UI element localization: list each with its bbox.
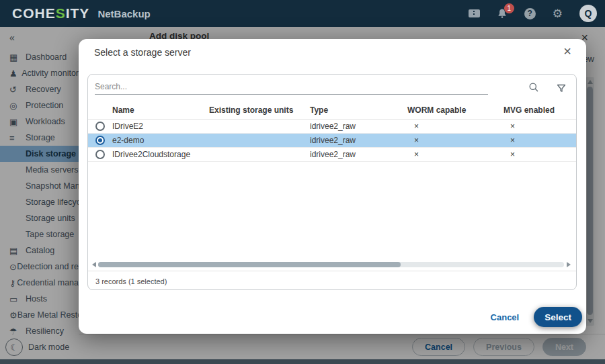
notifications-bell-icon[interactable]: 1 [497,8,508,19]
radio-button[interactable] [95,150,105,159]
records-summary: 3 records (1 selected) [88,271,576,289]
notification-badge: 1 [504,3,514,13]
horizontal-scrollbar[interactable] [88,260,576,269]
cell-name: IDrivee2Cloudstorage [112,150,209,159]
logo-text-suffix: ITY [66,5,90,21]
radio-button[interactable] [95,122,105,131]
cancel-button[interactable]: Cancel [481,307,529,327]
storage-server-table: Name Existing storage units Type WORM ca… [87,74,577,290]
top-header-bar: COHESITY NetBackup 1 ? ⚙ Q [0,0,605,27]
cell-type: idrivee2_raw [310,122,407,131]
column-header-name: Name [112,105,209,115]
table-row[interactable]: IDrivee2Cloudstorage idrivee2_raw × × [88,148,576,162]
scroll-left-icon[interactable] [92,262,96,267]
cell-worm-capable: × [407,122,503,131]
help-icon[interactable]: ? [524,8,536,19]
cell-name: IDriveE2 [112,122,209,131]
column-header-type: Type [310,105,407,115]
logo-green-s: S [56,5,66,21]
cell-name: e2-demo [112,136,209,145]
table-header-row: Name Existing storage units Type WORM ca… [88,101,576,120]
cell-mvg-enabled: × [503,136,576,145]
horizontal-scroll-thumb[interactable] [98,262,401,267]
search-input[interactable] [95,79,488,95]
help-glyph: ? [524,8,536,19]
avatar-initial: Q [579,5,597,22]
cell-worm-capable: × [407,150,503,159]
dialog-close-icon[interactable]: × [563,44,571,58]
column-header-existing-storage-units: Existing storage units [209,105,310,115]
app-window: COHESITY NetBackup 1 ? ⚙ Q « ▦Dashboard … [0,0,605,364]
column-header-worm-capable: WORM capable [407,105,503,115]
cell-worm-capable: × [407,136,503,145]
table-row[interactable]: IDriveE2 idrivee2_raw × × [88,120,576,134]
radio-button-checked[interactable] [95,136,105,145]
cell-mvg-enabled: × [503,150,576,159]
cell-mvg-enabled: × [503,122,576,131]
logo-text: COHE [12,5,56,21]
select-storage-server-dialog: Select a storage server × Name Existing … [79,39,586,334]
ticket-icon[interactable] [469,9,480,17]
column-header-mvg-enabled: MVG enabled [503,105,576,115]
cell-type: idrivee2_raw [310,136,407,145]
ticket-glyph [469,9,480,17]
avatar[interactable]: Q [579,5,597,22]
cohesity-logo: COHESITY [12,5,89,21]
select-button[interactable]: Select [534,307,582,327]
dialog-footer: Cancel Select [481,307,582,327]
header-actions: 1 ? ⚙ Q [469,0,597,27]
filter-funnel-icon[interactable] [556,83,567,96]
table-row-selected[interactable]: e2-demo idrivee2_raw × × [88,134,576,148]
dialog-title: Select a storage server [94,47,191,58]
settings-gear-icon[interactable]: ⚙ [553,8,563,19]
cell-type: idrivee2_raw [310,150,407,159]
table-search-row [88,75,576,101]
scroll-right-icon[interactable] [567,262,571,267]
search-icon[interactable] [528,82,539,95]
product-name: NetBackup [97,8,150,19]
